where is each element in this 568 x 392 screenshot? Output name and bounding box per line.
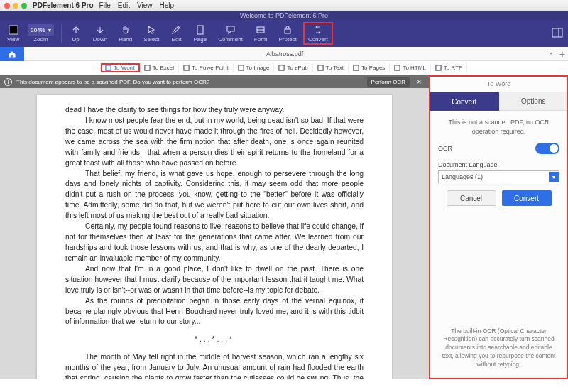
panel-tab-convert[interactable]: Convert <box>430 92 499 111</box>
maximize-window-icon[interactable] <box>21 3 27 9</box>
svg-rect-7 <box>184 65 189 70</box>
export-format-bar: To Word To Excel To PowerPoint To Image … <box>0 61 568 75</box>
document-tabbar: Albatross.pdf × + <box>0 47 568 61</box>
svg-rect-8 <box>238 65 243 70</box>
chevron-down-icon: ▾ <box>549 172 559 182</box>
minimize-window-icon[interactable] <box>13 3 18 9</box>
page-button[interactable]: Page <box>189 23 211 44</box>
app-name: PDFelement 6 Pro <box>33 1 94 9</box>
to-pages-button[interactable]: To Pages <box>349 63 390 72</box>
convert-button[interactable]: Convert <box>304 23 332 44</box>
panel-title: To Word <box>430 75 568 92</box>
body-text: As the rounds of precipitation began in … <box>65 296 364 328</box>
svg-rect-11 <box>354 65 359 70</box>
language-select[interactable]: Languages (1)▾ <box>438 170 559 183</box>
cancel-button[interactable]: Cancel <box>447 190 496 206</box>
to-text-button[interactable]: To Text <box>313 63 349 72</box>
to-html-button[interactable]: To HTML <box>390 63 430 72</box>
panel-tab-options[interactable]: Options <box>499 92 569 111</box>
convert-panel: To Word Convert Options This is not a sc… <box>429 75 568 379</box>
language-label: Document Language <box>438 161 559 168</box>
view-icon[interactable] <box>8 24 19 36</box>
body-text: That belief, my friend, is what gave us … <box>65 169 364 222</box>
to-epub-button[interactable]: To ePub <box>274 63 312 72</box>
to-word-button[interactable]: To Word <box>101 63 140 72</box>
svg-rect-10 <box>318 65 323 70</box>
to-excel-button[interactable]: To Excel <box>140 63 179 72</box>
mac-titlebar: PDFelement 6 Pro File Edit View Help <box>0 0 568 11</box>
close-ocr-bar-icon[interactable]: ✕ <box>414 79 425 85</box>
hand-button[interactable]: Hand <box>114 23 136 44</box>
to-powerpoint-button[interactable]: To PowerPoint <box>179 63 234 72</box>
menu-edit[interactable]: Edit <box>118 1 130 9</box>
svg-rect-4 <box>552 28 562 37</box>
body-text: And now that I'm in a good place, I don'… <box>65 264 364 296</box>
body-text: The month of May fell right in the middl… <box>65 352 364 379</box>
main-toolbar: View 204%▾ Zoom Up Down Hand Select Edit… <box>0 20 568 47</box>
body-text: I know most people fear the end, but in … <box>65 116 364 169</box>
svg-rect-13 <box>436 65 441 70</box>
panel-toggle-icon[interactable] <box>551 26 564 40</box>
ocr-label: OCR <box>438 145 452 152</box>
menu-help[interactable]: Help <box>159 1 174 9</box>
up-button[interactable]: Up <box>66 23 86 44</box>
info-icon: i <box>4 78 12 86</box>
zoom-select[interactable]: 204%▾ <box>28 24 53 36</box>
svg-rect-12 <box>395 65 400 70</box>
document-viewport[interactable]: dead I have the clarity to see things fo… <box>0 88 429 379</box>
ocr-notice-text: This document appears to be a scanned PD… <box>16 79 363 85</box>
panel-footer-text: The built-in OCR (Optical Character Reco… <box>430 320 568 379</box>
home-tab[interactable] <box>0 47 24 61</box>
svg-rect-6 <box>145 65 150 70</box>
welcome-subtitle: Welcome to PDFelement 6 Pro <box>0 11 568 20</box>
section-divider: *...*...* <box>65 334 364 345</box>
menu-file[interactable]: File <box>99 1 111 9</box>
close-window-icon[interactable] <box>4 3 10 9</box>
panel-notice: This is not a scanned PDF, no OCR operat… <box>438 118 559 136</box>
close-tab-icon[interactable]: × <box>545 50 557 58</box>
select-button[interactable]: Select <box>139 23 163 44</box>
body-text: dead I have the clarity to see things fo… <box>65 105 364 116</box>
convert-action-button[interactable]: Convert <box>502 190 552 206</box>
svg-rect-1 <box>197 26 203 34</box>
body-text: Certainly, my people found reasons to li… <box>65 222 364 264</box>
to-rtf-button[interactable]: To RTF <box>431 63 467 72</box>
svg-rect-5 <box>106 65 111 70</box>
edit-button[interactable]: Edit <box>166 23 186 44</box>
comment-button[interactable]: Comment <box>214 23 247 44</box>
form-button[interactable]: Form <box>250 23 272 44</box>
down-button[interactable]: Down <box>89 23 111 44</box>
svg-rect-3 <box>285 29 290 33</box>
to-image-button[interactable]: To Image <box>234 63 275 72</box>
protect-button[interactable]: Protect <box>275 23 301 44</box>
document-tab-name[interactable]: Albatross.pdf <box>24 50 545 58</box>
perform-ocr-button[interactable]: Perform OCR <box>367 77 410 87</box>
new-tab-icon[interactable]: + <box>557 48 568 60</box>
svg-rect-0 <box>9 26 18 34</box>
ocr-toggle[interactable] <box>535 143 559 154</box>
document-page: dead I have the clarity to see things fo… <box>37 95 392 379</box>
menu-view[interactable]: View <box>137 1 153 9</box>
ocr-notice-bar: i This document appears to be a scanned … <box>0 75 429 88</box>
svg-rect-9 <box>279 65 284 70</box>
